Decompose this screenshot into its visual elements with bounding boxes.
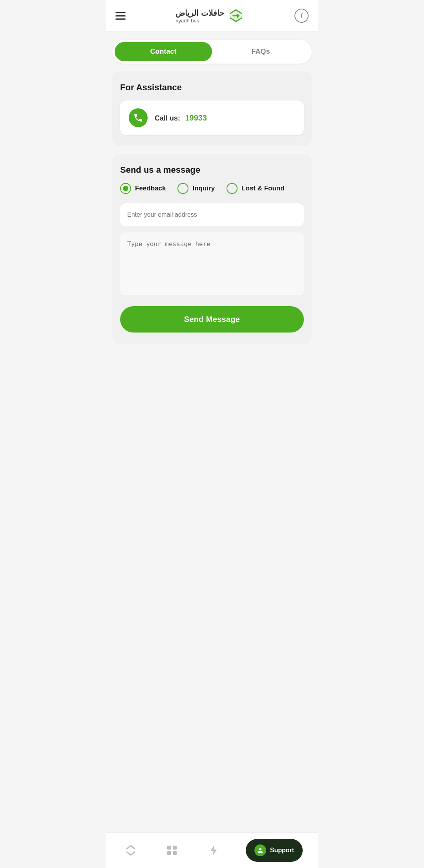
radio-feedback-label: Feedback	[135, 185, 166, 192]
support-avatar-icon	[254, 844, 266, 856]
svg-rect-2	[173, 846, 177, 850]
call-label: Call us:	[155, 114, 180, 122]
radio-lost-found-label: Lost & Found	[241, 185, 285, 192]
call-card: Call us: 19933	[120, 101, 304, 135]
assistance-title: For Assistance	[120, 82, 304, 93]
assistance-section: For Assistance Call us: 19933	[112, 71, 312, 146]
bottom-nav: Support	[106, 832, 318, 868]
nav-bolt-icon[interactable]	[204, 841, 223, 860]
faqs-tab[interactable]: FAQs	[212, 42, 309, 61]
radio-feedback-circle	[120, 183, 131, 194]
radio-lost-found[interactable]: Lost & Found	[227, 183, 285, 194]
main-content: For Assistance Call us: 19933 Send us a …	[106, 71, 318, 391]
nav-arrows-icon[interactable]	[121, 841, 140, 860]
info-button[interactable]: i	[294, 9, 309, 23]
support-label: Support	[270, 847, 294, 854]
logo-english: riyadh bus	[175, 18, 224, 24]
phone-number: 19933	[185, 113, 207, 122]
menu-button[interactable]	[115, 12, 126, 20]
contact-tab[interactable]: Contact	[115, 42, 212, 61]
message-textarea[interactable]	[120, 232, 304, 295]
tabs-container: Contact FAQs	[112, 40, 312, 64]
radio-inquiry[interactable]: Inquiry	[177, 183, 215, 194]
message-title: Send us a message	[120, 165, 304, 175]
radio-inquiry-circle	[177, 183, 188, 194]
radio-inquiry-label: Inquiry	[192, 185, 215, 192]
nav-grid-icon[interactable]	[163, 841, 181, 860]
phone-icon	[129, 108, 148, 127]
svg-rect-4	[173, 851, 177, 855]
logo-text: حافلات الرياض riyadh bus	[175, 8, 224, 24]
radio-group: Feedback Inquiry Lost & Found	[120, 183, 304, 194]
logo-arabic: حافلات الرياض	[175, 8, 224, 18]
logo-arrow-icon	[227, 7, 245, 24]
svg-point-5	[259, 848, 261, 850]
radio-feedback[interactable]: Feedback	[120, 183, 166, 194]
radio-lost-found-circle	[227, 183, 238, 194]
message-form-section: Send us a message Feedback Inquiry Lost …	[112, 154, 312, 344]
send-message-button[interactable]: Send Message	[120, 306, 304, 333]
call-info: Call us: 19933	[155, 113, 207, 122]
svg-rect-1	[167, 846, 171, 850]
email-input[interactable]	[120, 203, 304, 226]
svg-rect-3	[167, 851, 171, 855]
support-button[interactable]: Support	[246, 839, 303, 862]
logo: حافلات الرياض riyadh bus	[175, 7, 245, 24]
header: حافلات الرياض riyadh bus i	[106, 0, 318, 32]
